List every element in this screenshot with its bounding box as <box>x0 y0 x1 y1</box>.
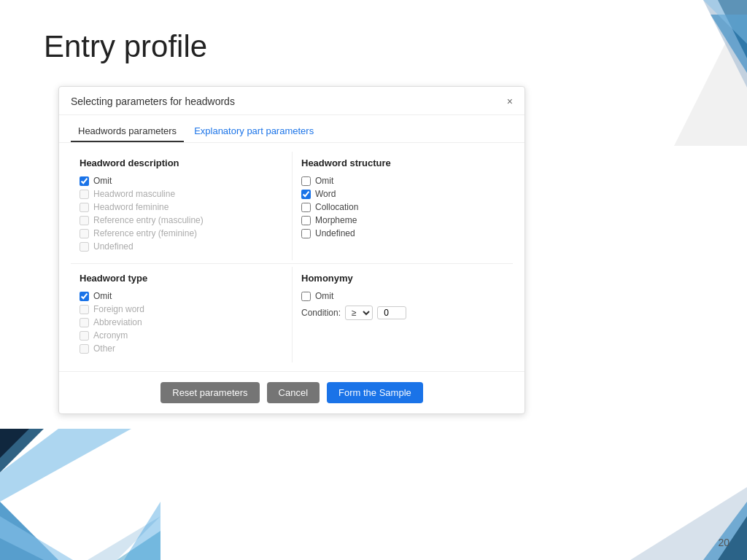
field-ht-omit: Omit <box>80 291 283 301</box>
label-hs-omit: Omit <box>315 176 333 186</box>
dialog: Selecting parameters for headwords × Hea… <box>58 86 525 414</box>
dialog-title: Selecting parameters for headwords <box>71 96 235 107</box>
reset-parameters-button[interactable]: Reset parameters <box>160 382 259 403</box>
homonymy-section: Homonymy Omit Condition: ≥ ≤ > < = <box>292 267 513 362</box>
section-divider <box>71 263 513 264</box>
label-hs-collocation: Collocation <box>315 202 358 212</box>
label-hs-morpheme: Morpheme <box>315 215 357 225</box>
headword-description-title: Headword description <box>80 158 283 168</box>
label-ht-other: Other <box>93 343 115 354</box>
dialog-footer: Reset parameters Cancel Form the Sample <box>59 371 525 413</box>
close-button[interactable]: × <box>507 96 513 106</box>
field-hs-collocation: Collocation <box>301 202 504 212</box>
label-hs-undefined: Undefined <box>315 228 355 238</box>
checkbox-hd-masculine[interactable] <box>80 190 89 199</box>
checkbox-hs-word[interactable] <box>301 190 311 199</box>
field-ht-other: Other <box>80 343 283 354</box>
field-ht-foreign: Foreign word <box>80 304 283 314</box>
label-hd-ref-masculine: Reference entry (masculine) <box>93 215 204 225</box>
label-hd-masculine: Headword masculine <box>93 189 175 199</box>
condition-operator-select[interactable]: ≥ ≤ > < = <box>345 306 373 320</box>
label-ht-omit: Omit <box>93 291 112 301</box>
homonymy-title: Homonymy <box>301 273 504 284</box>
cancel-button[interactable]: Cancel <box>267 382 320 403</box>
label-hd-omit: Omit <box>93 176 112 186</box>
headword-type-section: Headword type Omit Foreign word Abbrevia… <box>71 267 292 362</box>
label-hd-undefined: Undefined <box>93 241 133 252</box>
corner-decoration-bottom-right <box>630 443 747 560</box>
field-ht-acronym: Acronym <box>80 330 283 341</box>
headword-type-title: Headword type <box>80 273 283 284</box>
headword-structure-title: Headword structure <box>301 158 504 168</box>
field-ht-abbrev: Abbreviation <box>80 317 283 327</box>
field-hd-undefined: Undefined <box>80 241 283 252</box>
field-hd-omit: Omit <box>80 176 283 186</box>
checkbox-hd-ref-feminine[interactable] <box>80 229 89 238</box>
svg-marker-12 <box>124 502 160 560</box>
checkbox-ht-other[interactable] <box>80 344 89 354</box>
condition-value-input[interactable] <box>377 306 406 319</box>
label-hd-feminine: Headword feminine <box>93 202 169 212</box>
checkbox-ht-abbrev[interactable] <box>80 318 89 327</box>
tab-headwords[interactable]: Headwords parameters <box>71 121 184 142</box>
field-hs-undefined: Undefined <box>301 228 504 238</box>
checkbox-hd-omit[interactable] <box>80 176 89 186</box>
checkbox-hs-omit[interactable] <box>301 176 311 186</box>
main-content: Entry profile Selecting parameters for h… <box>0 0 747 443</box>
checkbox-hs-morpheme[interactable] <box>301 216 311 225</box>
checkbox-hom-omit[interactable] <box>301 292 311 301</box>
dialog-body: Headword description Omit Headword mascu… <box>59 143 525 371</box>
label-hs-word: Word <box>315 189 336 199</box>
tab-bar: Headwords parameters Explanatory part pa… <box>59 115 525 143</box>
corner-decoration-bottom-left <box>0 429 160 560</box>
field-hs-morpheme: Morpheme <box>301 215 504 225</box>
condition-row: Condition: ≥ ≤ > < = <box>301 306 504 320</box>
headword-description-section: Headword description Omit Headword mascu… <box>71 152 292 260</box>
label-ht-foreign: Foreign word <box>93 304 144 314</box>
field-hom-omit: Omit <box>301 291 504 301</box>
field-hd-ref-masculine: Reference entry (masculine) <box>80 215 283 225</box>
checkbox-hs-collocation[interactable] <box>301 203 311 212</box>
field-hd-masculine: Headword masculine <box>80 189 283 199</box>
field-hs-omit: Omit <box>301 176 504 186</box>
field-hd-feminine: Headword feminine <box>80 202 283 212</box>
tab-explanatory[interactable]: Explanatory part parameters <box>187 121 321 142</box>
form-sample-button[interactable]: Form the Sample <box>327 382 423 403</box>
label-ht-abbrev: Abbreviation <box>93 317 142 327</box>
field-hs-word: Word <box>301 189 504 199</box>
checkbox-ht-foreign[interactable] <box>80 305 89 314</box>
checkbox-ht-acronym[interactable] <box>80 331 89 341</box>
label-hd-ref-feminine: Reference entry (feminine) <box>93 228 197 238</box>
checkbox-hd-ref-masculine[interactable] <box>80 216 89 225</box>
dialog-header: Selecting parameters for headwords × <box>59 87 525 115</box>
checkbox-hd-undefined[interactable] <box>80 242 89 252</box>
field-hd-ref-feminine: Reference entry (feminine) <box>80 228 283 238</box>
condition-label: Condition: <box>301 308 341 318</box>
label-ht-acronym: Acronym <box>93 330 128 341</box>
checkbox-hs-undefined[interactable] <box>301 229 311 238</box>
checkbox-hd-feminine[interactable] <box>80 203 89 212</box>
page-number: 20 <box>718 537 729 548</box>
checkbox-ht-omit[interactable] <box>80 292 89 301</box>
label-hom-omit: Omit <box>315 291 333 301</box>
headword-structure-section: Headword structure Omit Word Collocation… <box>292 152 513 260</box>
page-title: Entry profile <box>44 29 703 64</box>
